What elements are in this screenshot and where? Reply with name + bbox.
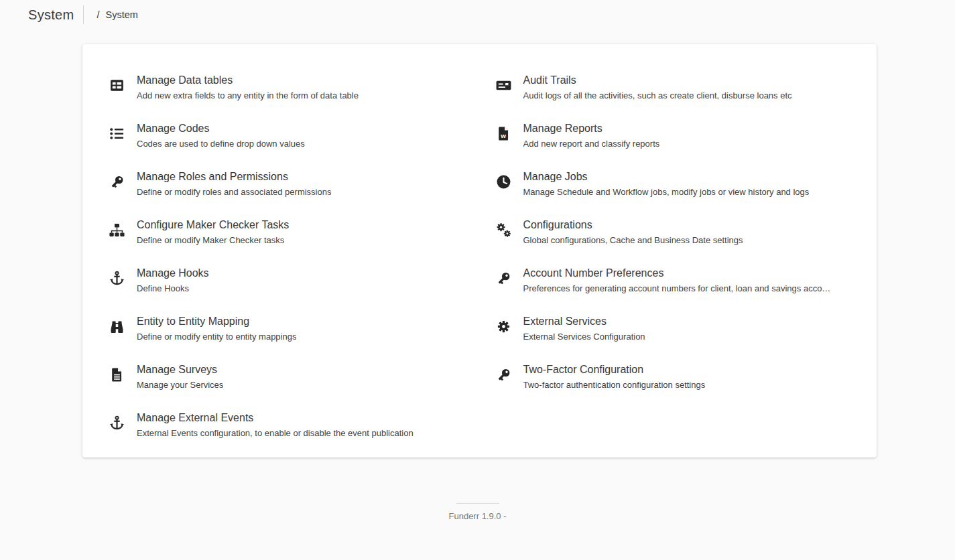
- topbar: System / System: [0, 0, 955, 29]
- header-divider: [83, 5, 84, 24]
- svg-text:w: w: [500, 132, 506, 139]
- footer-divider: [456, 503, 499, 504]
- breadcrumb-separator: /: [97, 9, 99, 20]
- menu-item-manage-external-events[interactable]: Manage External Events External Events c…: [93, 401, 480, 449]
- menu-item-title: External Services: [523, 313, 645, 330]
- menu-item-title: Manage Reports: [523, 121, 660, 137]
- menu-item-title: Manage External Events: [137, 410, 413, 426]
- menu-item-two-factor-configuration[interactable]: Two-Factor Configuration Two-factor auth…: [480, 352, 867, 401]
- table-icon: [109, 77, 125, 94]
- menu-item-manage-hooks[interactable]: Manage Hooks Define Hooks: [93, 256, 480, 304]
- anchor-icon: [109, 270, 125, 287]
- file-word-icon: w: [495, 125, 512, 142]
- clock-icon: [495, 173, 512, 190]
- menu-item-title: Manage Hooks: [137, 265, 209, 281]
- menu-item-account-number-preferences[interactable]: Account Number Preferences Preferences f…: [480, 256, 867, 304]
- menu-item-title: Manage Surveys: [137, 362, 223, 378]
- menu-item-description: Two-factor authentication configuration …: [523, 378, 706, 392]
- menu-item-description: Preferences for generating account numbe…: [523, 281, 831, 295]
- menu-item-title: Manage Codes: [137, 121, 305, 137]
- footer: Funderr 1.9.0 -: [0, 503, 955, 521]
- file-lines-icon: [109, 366, 125, 383]
- menu-item-title: Manage Data tables: [137, 72, 359, 88]
- gears-icon: [495, 222, 512, 238]
- menu-item-audit-trails[interactable]: Audit Trails Audit logs of all the activ…: [480, 63, 867, 111]
- sitemap-icon: [109, 222, 125, 238]
- key-icon: [495, 270, 512, 287]
- menu-item-title: Manage Roles and Permissions: [137, 169, 331, 185]
- menu-item-description: External Events configuration, to enable…: [137, 426, 413, 440]
- menu-item-title: Account Number Preferences: [523, 265, 831, 281]
- menu-item-description: Manage your Services: [137, 378, 223, 392]
- menu-item-title: Two-Factor Configuration: [523, 362, 706, 378]
- menu-item-manage-roles-permissions[interactable]: Manage Roles and Permissions Define or m…: [93, 159, 480, 208]
- menu-item-title: Configure Maker Checker Tasks: [137, 217, 289, 233]
- menu-item-external-services[interactable]: External Services External Services Conf…: [480, 304, 867, 352]
- money-check-icon: [495, 77, 512, 94]
- menu-item-description: Define or modify Maker Checker tasks: [137, 233, 289, 247]
- binoculars-icon: [109, 318, 125, 335]
- menu-column-right: Audit Trails Audit logs of all the activ…: [480, 63, 867, 449]
- menu-item-description: Global configurations, Cache and Busines…: [523, 233, 743, 247]
- menu-item-description: Audit logs of all the activities, such a…: [523, 88, 792, 102]
- menu-item-title: Audit Trails: [523, 72, 792, 88]
- breadcrumb-link-system[interactable]: System: [106, 9, 138, 20]
- menu-item-manage-codes[interactable]: Manage Codes Codes are used to define dr…: [93, 111, 480, 159]
- page-title: System: [28, 7, 74, 23]
- menu-item-description: Define or modify entity to entity mappin…: [137, 330, 296, 344]
- key-icon: [495, 366, 512, 383]
- menu-item-manage-surveys[interactable]: Manage Surveys Manage your Services: [93, 352, 480, 401]
- menu-item-manage-data-tables[interactable]: Manage Data tables Add new extra fields …: [93, 63, 480, 111]
- menu-item-description: Add new report and classify reports: [523, 137, 660, 151]
- menu-item-title: Manage Jobs: [523, 169, 810, 185]
- anchor-icon: [109, 415, 125, 431]
- menu-item-manage-jobs[interactable]: Manage Jobs Manage Schedule and Workflow…: [480, 159, 867, 208]
- menu-item-entity-to-entity-mapping[interactable]: Entity to Entity Mapping Define or modif…: [93, 304, 480, 352]
- menu-item-description: External Services Configuration: [523, 330, 645, 344]
- key-icon: [109, 173, 125, 190]
- menu-item-description: Codes are used to define drop down value…: [137, 137, 305, 151]
- menu-item-description: Manage Schedule and Workflow jobs, modif…: [523, 185, 810, 199]
- app-version-text: Funderr 1.9.0 -: [0, 511, 955, 521]
- menu-item-title: Entity to Entity Mapping: [137, 313, 296, 330]
- menu-item-title: Configurations: [523, 217, 743, 233]
- menu-item-configurations[interactable]: Configurations Global configurations, Ca…: [480, 208, 867, 256]
- breadcrumb: / System: [97, 9, 137, 20]
- menu-item-description: Add new extra fields to any entity in th…: [137, 88, 359, 102]
- menu-item-configure-maker-checker-tasks[interactable]: Configure Maker Checker Tasks Define or …: [93, 208, 480, 256]
- menu-item-description: Define or modify roles and associated pe…: [137, 185, 331, 199]
- menu-column-left: Manage Data tables Add new extra fields …: [93, 63, 480, 449]
- system-menu-card: Manage Data tables Add new extra fields …: [82, 44, 877, 458]
- list-icon: [109, 125, 125, 142]
- menu-item-manage-reports[interactable]: w Manage Reports Add new report and clas…: [480, 111, 867, 159]
- menu-item-description: Define Hooks: [137, 281, 209, 295]
- gear-icon: [495, 318, 512, 335]
